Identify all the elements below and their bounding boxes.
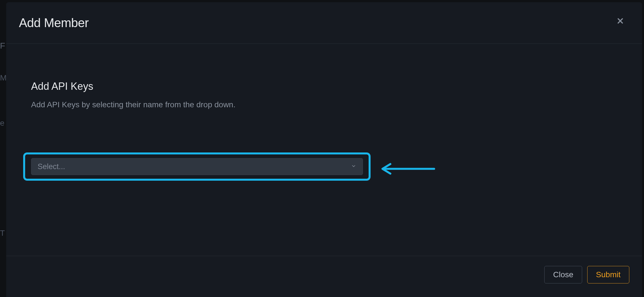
modal-body: Add API Keys Add API Keys by selecting t…: [6, 44, 642, 256]
apikeys-select-wrapper: Select...: [31, 158, 363, 175]
backdrop-text: T: [0, 229, 5, 238]
arrow-annotation: [376, 162, 436, 177]
close-button[interactable]: Close: [544, 266, 582, 283]
submit-button[interactable]: Submit: [587, 266, 629, 283]
modal-title: Add Member: [19, 16, 89, 30]
modal-footer: Close Submit: [6, 256, 642, 297]
backdrop-text: F: [0, 41, 5, 51]
add-member-modal: Add Member Add API Keys Add API Keys by …: [6, 2, 642, 297]
close-icon[interactable]: [615, 16, 625, 27]
modal-header: Add Member: [6, 2, 642, 44]
section-description-apikeys: Add API Keys by selecting their name fro…: [31, 100, 617, 109]
apikeys-select[interactable]: Select...: [31, 158, 363, 175]
backdrop-text: e: [0, 119, 5, 128]
backdrop-text: M: [0, 73, 6, 82]
section-title-apikeys: Add API Keys: [31, 80, 617, 92]
select-placeholder: Select...: [38, 162, 65, 171]
chevron-down-icon: [351, 163, 356, 170]
